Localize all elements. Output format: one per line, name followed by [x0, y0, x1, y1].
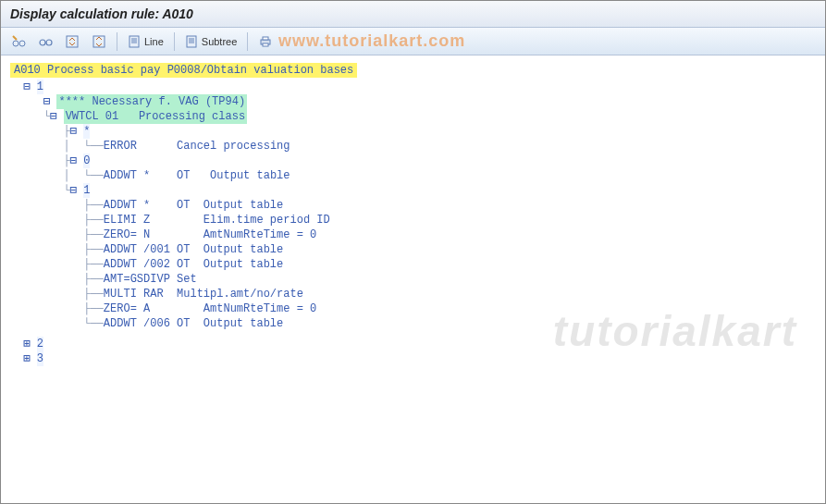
- svg-point-2: [40, 40, 45, 45]
- tree-leaf: ├──ADDWT /001 OT Output table: [10, 242, 816, 257]
- line-label: Line: [144, 36, 164, 47]
- tree-leaf: ├──MULTI RAR Multipl.amt/no/rate: [10, 287, 816, 301]
- expand-icon[interactable]: ⊞: [23, 351, 30, 366]
- subtree-btn[interactable]: Subtree: [180, 31, 242, 52]
- tree-node-star[interactable]: ├⊟ *: [10, 124, 816, 139]
- tree-leaf: ├──ZERO= N AmtNumRteTime = 0: [10, 227, 816, 242]
- tree-node-vwtcl[interactable]: └⊟ VWTCL 01 Processing class: [10, 109, 816, 124]
- tree-node-3[interactable]: ⊞ 3: [10, 351, 816, 366]
- subtree-label: Subtree: [202, 36, 238, 47]
- toolbar: Line Subtree www.tutorialkart.com: [1, 28, 825, 55]
- toolbar-separator: [117, 32, 117, 51]
- svg-point-1: [19, 41, 25, 46]
- tree-root: A010 Process basic pay P0008/Obtain valu…: [10, 63, 816, 78]
- tree-leaf: ├──ZERO= A AmtNumRteTime = 0: [10, 301, 816, 316]
- svg-rect-9: [263, 37, 268, 40]
- toolbar-separator: [174, 32, 175, 51]
- tree-leaf: │ └──ERROR Cancel processing: [10, 139, 816, 154]
- tree-leaf: ├──AMT=GSDIVP Set: [10, 272, 816, 287]
- tree: ⊟ 1 ⊟ **** Necessary f. VAG (TP94) └⊟ VW…: [10, 80, 816, 366]
- svg-rect-6: [129, 36, 139, 47]
- tree-node-zero[interactable]: ├⊟ 0: [10, 154, 816, 168]
- svg-rect-5: [93, 36, 105, 47]
- toolbar-separator: [247, 32, 248, 51]
- tree-node-stars[interactable]: ⊟ **** Necessary f. VAG (TP94): [10, 94, 816, 109]
- collapse-icon[interactable]: ⊟: [70, 154, 77, 168]
- line-btn[interactable]: Line: [123, 31, 168, 52]
- tree-leaf: │ └──ADDWT * OT Output table: [10, 168, 816, 183]
- expand-all-btn[interactable]: [87, 31, 111, 52]
- svg-point-0: [13, 41, 18, 46]
- collapse-icon[interactable]: ⊟: [43, 94, 50, 109]
- title-bar: Display calculation rule: A010: [1, 1, 825, 28]
- root-text: A010 Process basic pay P0008/Obtain valu…: [10, 63, 357, 78]
- print-btn[interactable]: [253, 31, 277, 52]
- glasses-btn[interactable]: [33, 31, 57, 52]
- tree-node-one[interactable]: └⊟ 1: [10, 183, 816, 198]
- tree-node-1[interactable]: ⊟ 1: [10, 80, 816, 94]
- tree-leaf: ├──ADDWT /002 OT Output table: [10, 257, 816, 272]
- collapse-all-btn[interactable]: [60, 31, 84, 52]
- expand-icon[interactable]: ⊞: [23, 337, 30, 351]
- collapse-icon[interactable]: ⊟: [23, 80, 30, 94]
- tree-node-2[interactable]: ⊞ 2: [10, 337, 816, 351]
- collapse-icon[interactable]: ⊟: [70, 183, 77, 198]
- doc-line-icon: [128, 34, 142, 49]
- svg-point-3: [46, 40, 52, 45]
- tree-leaf: ├──ELIMI Z Elim.time period ID: [10, 213, 816, 227]
- doc-subtree-icon: [185, 34, 200, 49]
- content-area: tutorialkart A010 Process basic pay P000…: [1, 55, 825, 375]
- svg-rect-10: [263, 43, 268, 46]
- pencil-glasses-icon: [11, 34, 26, 49]
- watermark-top: www.tutorialkart.com: [278, 31, 465, 51]
- collapse-icon[interactable]: ⊟: [70, 124, 77, 139]
- collapse-icon[interactable]: ⊟: [50, 109, 56, 124]
- tree-leaf: ├──ADDWT * OT Output table: [10, 198, 816, 213]
- toggle-display-btn[interactable]: [6, 31, 31, 52]
- svg-rect-4: [67, 36, 78, 47]
- tree-leaf: └──ADDWT /006 OT Output table: [10, 316, 816, 331]
- svg-rect-7: [187, 36, 196, 47]
- expand-arrows-icon: [92, 34, 106, 49]
- collapse-arrows-icon: [65, 34, 80, 49]
- page-title: Display calculation rule: A010: [10, 6, 193, 21]
- glasses-icon: [38, 34, 53, 49]
- printer-icon: [258, 34, 273, 49]
